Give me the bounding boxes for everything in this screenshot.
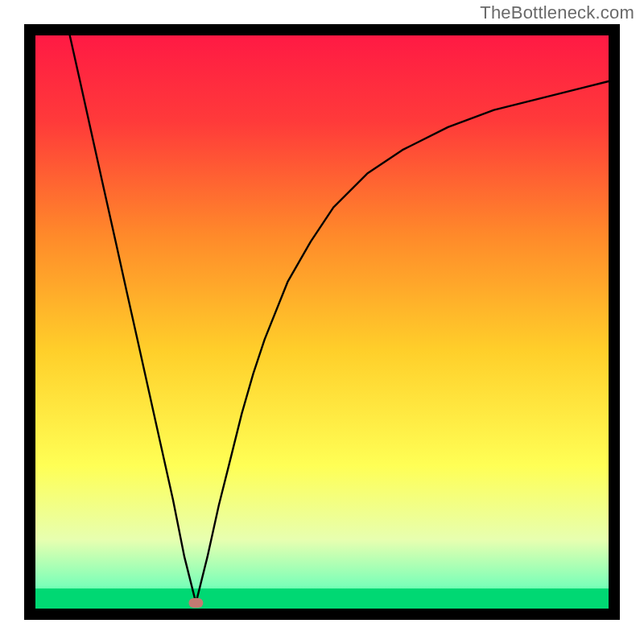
plot-baseline-strip — [35, 588, 609, 609]
plot-background — [35, 35, 609, 609]
bottleneck-chart — [24, 24, 620, 620]
min-marker — [188, 598, 203, 608]
watermark-text: TheBottleneck.com — [480, 2, 634, 23]
chart-frame — [24, 24, 620, 620]
